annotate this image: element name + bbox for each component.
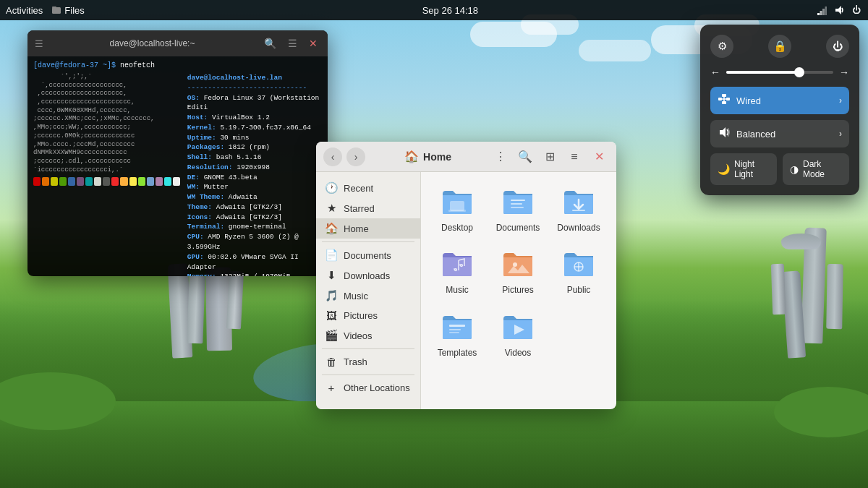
- sidebar-item-documents-label: Documents: [344, 250, 391, 261]
- folder-videos[interactable]: Videos: [490, 306, 545, 362]
- terminal-close-btn[interactable]: ✕: [306, 36, 320, 51]
- terminal-window: ☰ dave@localhost-live:~ 🔍 ☰ ✕ [dave@fedo…: [27, 30, 328, 276]
- files-close-btn[interactable]: ✕: [589, 147, 609, 167]
- terminal-menu-btn[interactable]: ☰: [35, 38, 43, 49]
- terminal-command-text: neofetch: [120, 61, 155, 69]
- folder-desktop-label: Desktop: [441, 223, 473, 233]
- color-swatch: [59, 177, 67, 186]
- color-swatch: [129, 177, 137, 186]
- folder-templates-label: Templates: [438, 348, 477, 358]
- folder-music[interactable]: Music: [430, 243, 485, 299]
- folder-templates[interactable]: Templates: [430, 306, 485, 362]
- files-view-btn[interactable]: ⊞: [540, 147, 560, 167]
- color-swatch: [111, 177, 119, 186]
- folder-documents-label: Documents: [496, 223, 540, 233]
- svg-rect-7: [450, 201, 464, 211]
- folder-downloads[interactable]: Downloads: [551, 181, 606, 237]
- sidebar-item-recent[interactable]: 🕐 Recent: [316, 178, 420, 198]
- folder-public-label: Public: [567, 285, 591, 295]
- folder-desktop-icon: [440, 185, 475, 220]
- files-back-btn[interactable]: ‹: [323, 147, 342, 166]
- volume-icon[interactable]: [833, 4, 845, 16]
- files-forward-btn[interactable]: ›: [346, 147, 365, 166]
- color-swatch: [77, 177, 84, 186]
- color-swatch: [164, 177, 171, 186]
- terminal-title: dave@localhost-live:~: [49, 38, 255, 48]
- sidebar-item-recent-label: Recent: [344, 183, 373, 194]
- sidebar-item-home-label: Home: [344, 223, 369, 234]
- folder-pictures-label: Pictures: [502, 285, 533, 295]
- brightness-slider[interactable]: [726, 71, 833, 74]
- files-sidebar: 🕐 Recent ★ Starred 🏠 Home 📄 Documents ⬇ …: [316, 172, 421, 409]
- sidebar-item-downloads-label: Downloads: [344, 270, 390, 281]
- sidebar-sep3: [322, 374, 414, 375]
- color-swatch: [147, 177, 154, 186]
- terminal-search-btn[interactable]: 🔍: [261, 36, 279, 51]
- folder-videos-icon: [501, 310, 535, 345]
- videos-icon: 🎬: [325, 329, 338, 342]
- svg-rect-0: [52, 7, 61, 14]
- qs-settings-btn[interactable]: ⚙: [710, 35, 733, 58]
- sidebar-item-starred[interactable]: ★ Starred: [316, 198, 420, 218]
- dark-mode-icon: ◑: [790, 163, 799, 175]
- folder-documents[interactable]: Documents: [490, 181, 545, 237]
- home-icon: 🏠: [325, 222, 338, 235]
- qs-sound-tile[interactable]: Balanced ›: [710, 120, 849, 147]
- brightness-thumb[interactable]: [794, 67, 804, 77]
- sidebar-item-other-locations[interactable]: + Other Locations: [316, 378, 420, 398]
- qs-power-btn[interactable]: ⏻: [826, 35, 849, 58]
- qs-tile-grid: 🌙 Night Light ◑ Dark Mode: [710, 153, 849, 185]
- sidebar-item-documents[interactable]: 📄 Documents: [316, 245, 420, 265]
- files-list-btn[interactable]: ≡: [564, 147, 584, 167]
- folder-public[interactable]: Public: [551, 243, 606, 299]
- folder-documents-icon: [501, 185, 535, 220]
- svg-rect-27: [726, 98, 730, 100]
- files-app-label[interactable]: Files: [51, 5, 84, 16]
- folder-desktop[interactable]: Desktop: [430, 181, 485, 237]
- sidebar-item-videos[interactable]: 🎬 Videos: [316, 325, 420, 346]
- panel-left: Activities Files: [6, 5, 85, 16]
- night-light-label: Night Light: [734, 159, 770, 179]
- sidebar-item-downloads[interactable]: ⬇ Downloads: [316, 265, 420, 286]
- files-title-text: Home: [423, 151, 451, 163]
- svg-rect-22: [722, 101, 726, 104]
- sidebar-item-home[interactable]: 🏠 Home: [316, 218, 420, 239]
- files-overflow-btn[interactable]: ⋮: [490, 147, 511, 167]
- qs-night-light-tile[interactable]: 🌙 Night Light: [710, 153, 777, 185]
- folder-templates-icon: [440, 310, 475, 345]
- folder-pictures[interactable]: Pictures: [490, 243, 545, 299]
- sidebar-item-trash[interactable]: 🗑 Trash: [316, 352, 420, 372]
- qs-wired-tile[interactable]: Wired ›: [710, 87, 849, 114]
- color-swatch: [156, 177, 163, 186]
- folder-downloads-icon: [561, 185, 596, 220]
- other-locations-icon: +: [325, 382, 338, 394]
- sound-label: Balanced: [736, 129, 833, 140]
- neofetch-output: `',;';,` `,ccccccccccccccccccc, ,ccccccc…: [33, 73, 322, 276]
- sound-arrow[interactable]: ›: [839, 129, 842, 139]
- qs-brightness-row: ← →: [710, 67, 849, 78]
- panel-datetime[interactable]: Sep 26 14:18: [85, 5, 816, 16]
- activities-button[interactable]: Activities: [6, 5, 43, 16]
- terminal-menu2-btn[interactable]: ☰: [285, 36, 300, 51]
- sidebar-item-music[interactable]: 🎵 Music: [316, 286, 420, 306]
- folder-videos-label: Videos: [505, 348, 531, 358]
- wired-icon: [718, 93, 731, 108]
- folder-music-icon: [440, 247, 475, 282]
- terminal-titlebar: ☰ dave@localhost-live:~ 🔍 ☰ ✕: [27, 30, 328, 56]
- top-panel: Activities Files Sep 26 14:18 ⏻: [0, 0, 868, 20]
- terminal-prompt-text: [dave@fedora-37 ~]$: [33, 61, 120, 69]
- files-search-btn[interactable]: 🔍: [515, 147, 535, 167]
- qs-lock-btn[interactable]: 🔒: [768, 35, 791, 58]
- files-titlebar: ‹ › 🏠 Home ⋮ 🔍 ⊞ ≡ ✕: [316, 142, 616, 172]
- sidebar-item-pictures[interactable]: 🖼 Pictures: [316, 306, 420, 325]
- power-indicator[interactable]: ⏻: [851, 4, 862, 16]
- brightness-forward-arrow[interactable]: →: [839, 67, 849, 78]
- terminal-content: [dave@fedora-37 ~]$ neofetch `',;';,` `,…: [27, 56, 328, 276]
- wired-arrow[interactable]: ›: [839, 95, 842, 106]
- network-icon[interactable]: [816, 4, 827, 16]
- night-light-icon: 🌙: [718, 163, 730, 175]
- qs-dark-mode-tile[interactable]: ◑ Dark Mode: [783, 153, 849, 185]
- sidebar-sep2: [322, 348, 414, 349]
- brightness-back-arrow[interactable]: ←: [710, 67, 720, 78]
- svg-rect-10: [511, 203, 522, 205]
